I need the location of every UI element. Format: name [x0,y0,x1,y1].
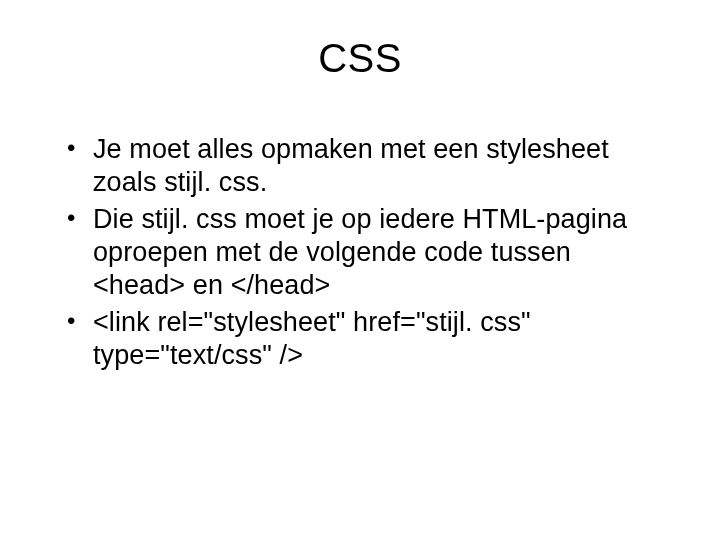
slide-title: CSS [55,36,665,81]
bullet-list: Je moet alles opmaken met een stylesheet… [55,133,665,372]
list-item: Die stijl. css moet je op iedere HTML-pa… [65,203,665,302]
list-item: <link rel="stylesheet" href="stijl. css"… [65,306,665,372]
list-item: Je moet alles opmaken met een stylesheet… [65,133,665,199]
